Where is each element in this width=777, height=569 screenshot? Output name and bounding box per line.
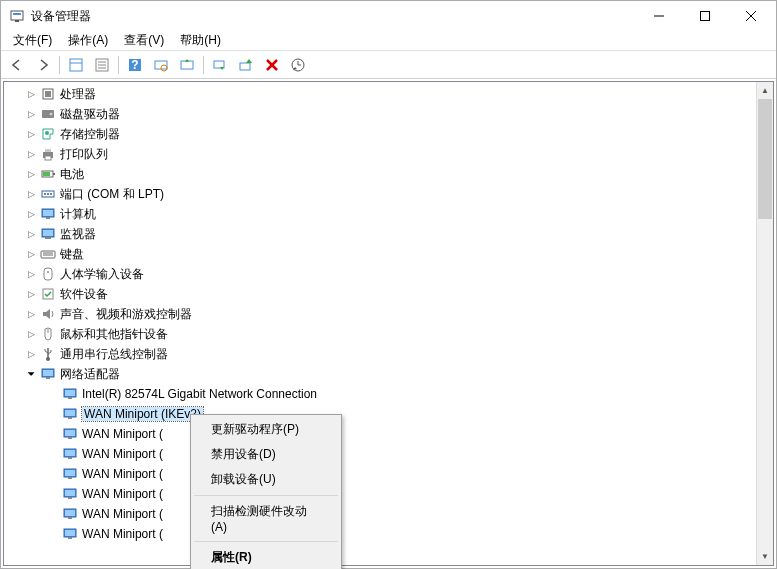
- context-menu-disable-device[interactable]: 禁用设备(D): [193, 442, 339, 467]
- expand-icon[interactable]: ▷: [24, 107, 38, 121]
- properties-button[interactable]: [90, 53, 114, 77]
- svg-rect-17: [181, 61, 193, 69]
- maximize-button[interactable]: [682, 1, 728, 31]
- network-adapter-icon: [62, 446, 78, 462]
- collapse-icon[interactable]: ⏷: [24, 367, 38, 381]
- device-category[interactable]: ▷鼠标和其他指针设备: [4, 324, 756, 344]
- network-device-item[interactable]: WAN Miniport (IKEv2): [4, 404, 756, 424]
- battery-icon: [40, 166, 56, 182]
- add-legacy-hardware-button[interactable]: [286, 53, 310, 77]
- expand-icon[interactable]: ▷: [24, 227, 38, 241]
- uninstall-device-button[interactable]: [260, 53, 284, 77]
- network-device-item[interactable]: WAN Miniport (: [4, 504, 756, 524]
- svg-rect-42: [43, 230, 53, 236]
- menu-help[interactable]: 帮助(H): [172, 30, 229, 51]
- help-button[interactable]: ?: [123, 53, 147, 77]
- expand-icon[interactable]: ▷: [24, 127, 38, 141]
- category-label: 监视器: [60, 226, 96, 243]
- expand-icon[interactable]: ▷: [24, 307, 38, 321]
- device-category[interactable]: ▷通用串行总线控制器: [4, 344, 756, 364]
- expand-icon[interactable]: ▷: [24, 247, 38, 261]
- device-category[interactable]: ▷打印队列: [4, 144, 756, 164]
- software-icon: [40, 286, 56, 302]
- hid-icon: [40, 266, 56, 282]
- expand-icon[interactable]: ▷: [24, 287, 38, 301]
- expand-icon[interactable]: ▷: [24, 347, 38, 361]
- show-hide-tree-button[interactable]: [64, 53, 88, 77]
- forward-button[interactable]: [31, 53, 55, 77]
- svg-rect-58: [68, 397, 72, 399]
- close-button[interactable]: [728, 1, 774, 31]
- network-device-item[interactable]: WAN Miniport (: [4, 464, 756, 484]
- device-category[interactable]: ▷计算机: [4, 204, 756, 224]
- category-label: 鼠标和其他指针设备: [60, 326, 168, 343]
- network-adapter-icon: [62, 486, 78, 502]
- svg-rect-43: [45, 237, 51, 239]
- context-menu-update-driver[interactable]: 更新驱动程序(P): [193, 417, 339, 442]
- svg-rect-19: [240, 63, 250, 70]
- context-menu-separator: [194, 541, 338, 542]
- vertical-scrollbar[interactable]: ▲ ▼: [756, 82, 773, 565]
- expand-icon[interactable]: ▷: [24, 187, 38, 201]
- update-driver-button[interactable]: [175, 53, 199, 77]
- svg-rect-55: [46, 377, 50, 379]
- menu-action[interactable]: 操作(A): [60, 30, 116, 51]
- device-category[interactable]: ▷端口 (COM 和 LPT): [4, 184, 756, 204]
- svg-rect-39: [43, 210, 53, 216]
- device-category[interactable]: ▷软件设备: [4, 284, 756, 304]
- expand-icon[interactable]: ▷: [24, 87, 38, 101]
- menu-file[interactable]: 文件(F): [5, 30, 60, 51]
- menu-view[interactable]: 查看(V): [116, 30, 172, 51]
- device-label: WAN Miniport (: [82, 427, 163, 441]
- svg-point-16: [161, 65, 167, 71]
- enable-device-button[interactable]: [234, 53, 258, 77]
- device-label: WAN Miniport (: [82, 447, 163, 461]
- device-category[interactable]: ▷电池: [4, 164, 756, 184]
- expand-icon[interactable]: ▷: [24, 207, 38, 221]
- device-category[interactable]: ▷监视器: [4, 224, 756, 244]
- svg-point-37: [50, 193, 52, 195]
- minimize-button[interactable]: [636, 1, 682, 31]
- network-device-item[interactable]: Intel(R) 82574L Gigabit Network Connecti…: [4, 384, 756, 404]
- category-label: 计算机: [60, 206, 96, 223]
- scroll-up-button[interactable]: ▲: [757, 82, 773, 99]
- expand-icon[interactable]: ▷: [24, 327, 38, 341]
- context-menu-properties[interactable]: 属性(R): [193, 545, 339, 569]
- toolbar: ?: [1, 51, 776, 79]
- category-label: 打印队列: [60, 146, 108, 163]
- scroll-down-button[interactable]: ▼: [757, 548, 773, 565]
- context-menu-scan-hardware[interactable]: 扫描检测硬件改动(A): [193, 499, 339, 538]
- device-category[interactable]: ▷存储控制器: [4, 124, 756, 144]
- disable-device-button[interactable]: [208, 53, 232, 77]
- window-title: 设备管理器: [31, 8, 636, 25]
- network-device-item[interactable]: WAN Miniport (: [4, 484, 756, 504]
- scroll-thumb[interactable]: [758, 99, 772, 219]
- device-category-network[interactable]: ⏷网络适配器: [4, 364, 756, 384]
- network-device-item[interactable]: WAN Miniport (: [4, 444, 756, 464]
- svg-rect-2: [15, 20, 19, 22]
- svg-rect-63: [65, 430, 75, 436]
- network-device-item[interactable]: WAN Miniport (: [4, 424, 756, 444]
- back-button[interactable]: [5, 53, 29, 77]
- device-category[interactable]: ▷声音、视频和游戏控制器: [4, 304, 756, 324]
- device-category[interactable]: ▷磁盘驱动器: [4, 104, 756, 124]
- svg-rect-73: [68, 497, 72, 499]
- expand-icon[interactable]: ▷: [24, 267, 38, 281]
- category-label: 软件设备: [60, 286, 108, 303]
- device-category[interactable]: ▷键盘: [4, 244, 756, 264]
- device-category[interactable]: ▷处理器: [4, 84, 756, 104]
- svg-rect-70: [68, 477, 72, 479]
- device-label: WAN Miniport (: [82, 527, 163, 541]
- device-tree[interactable]: ▷处理器▷磁盘驱动器▷存储控制器▷打印队列▷电池▷端口 (COM 和 LPT)▷…: [4, 82, 756, 565]
- scan-hardware-button[interactable]: [149, 53, 173, 77]
- toolbar-separator: [203, 56, 204, 74]
- network-device-item[interactable]: WAN Miniport (: [4, 524, 756, 544]
- svg-rect-79: [68, 537, 72, 539]
- context-menu-uninstall-device[interactable]: 卸载设备(U): [193, 467, 339, 492]
- expand-icon[interactable]: ▷: [24, 167, 38, 181]
- expand-icon[interactable]: ▷: [24, 147, 38, 161]
- device-category[interactable]: ▷人体学输入设备: [4, 264, 756, 284]
- svg-rect-32: [53, 173, 55, 175]
- svg-rect-4: [701, 12, 710, 21]
- svg-point-48: [47, 271, 49, 273]
